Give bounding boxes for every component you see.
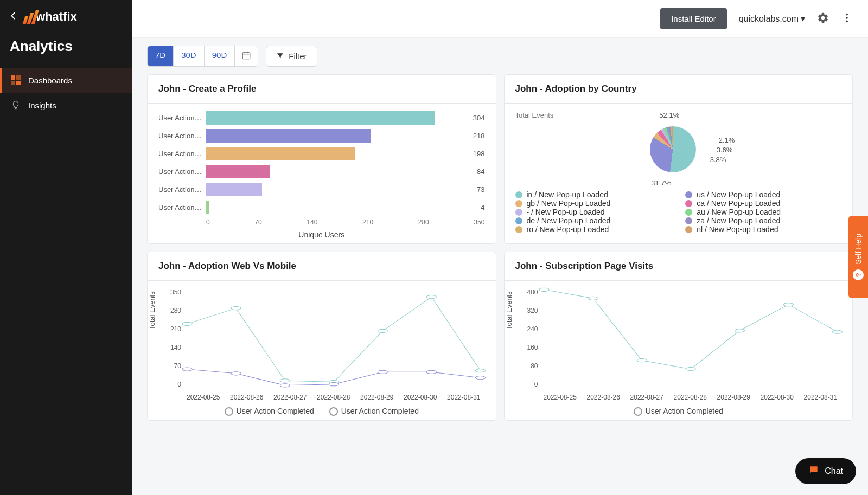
svg-point-0: [846, 13, 848, 15]
pie-slice-label: 3.6%: [717, 146, 733, 154]
legend-item: ca / New Pop-up Loaded: [685, 199, 841, 208]
pie-slice-label: 3.8%: [710, 156, 726, 164]
chat-button[interactable]: Chat: [795, 458, 856, 484]
logo-stripes-icon: [24, 10, 37, 24]
svg-point-2: [846, 20, 848, 22]
install-editor-button[interactable]: Install Editor: [660, 8, 727, 29]
kebab-menu-button[interactable]: [841, 12, 853, 26]
line-chart: Total Events 350280210140700 2022-08-252…: [158, 288, 485, 401]
legend-swatch-icon: [685, 200, 692, 207]
legend-swatch-icon: [515, 209, 522, 216]
pie-side-label: Total Events: [515, 111, 554, 119]
legend-item: User Action Completed: [225, 407, 314, 416]
legend-swatch-icon: [685, 209, 692, 216]
domain-label: quickolabs.com: [739, 14, 799, 24]
card-title: John - Create a Profile: [148, 75, 496, 104]
svg-point-9: [426, 295, 436, 299]
line-legend: User Action Completed User Action Comple…: [158, 407, 485, 416]
svg-point-10: [475, 369, 485, 372]
bar-x-axis: 070140210280350: [158, 218, 485, 226]
bar-category: User Action…: [158, 168, 206, 176]
svg-point-1: [846, 17, 848, 19]
help-icon: ?: [853, 269, 864, 280]
pie-slice-label: 31.7%: [651, 179, 671, 187]
calendar-icon: [241, 50, 251, 62]
sidebar-item-dashboards[interactable]: Dashboards: [0, 68, 132, 93]
bar-chart: User Action…304User Action…218User Actio…: [158, 111, 485, 214]
self-help-tab[interactable]: Self Help ?: [848, 216, 868, 298]
self-help-label: Self Help: [854, 234, 863, 265]
svg-point-19: [588, 297, 597, 300]
back-button[interactable]: [9, 10, 18, 24]
legend-swatch-icon: [515, 217, 522, 224]
bar-category: User Action…: [158, 114, 206, 122]
bar-value: 84: [477, 168, 484, 176]
pie-legend: in / New Pop-up Loadedus / New Pop-up Lo…: [515, 190, 842, 234]
bulb-icon: [11, 100, 21, 110]
svg-point-8: [378, 329, 387, 332]
legend-item: au / New Pop-up Loaded: [685, 208, 841, 216]
brand-text: whatfix: [36, 10, 77, 24]
svg-point-16: [426, 370, 436, 374]
svg-point-13: [280, 384, 290, 387]
svg-point-24: [832, 330, 842, 333]
legend-item: User Action Completed: [329, 407, 419, 416]
svg-point-11: [182, 368, 192, 371]
range-7d[interactable]: 7D: [148, 46, 174, 66]
svg-rect-3: [243, 53, 251, 59]
calendar-picker-button[interactable]: [235, 46, 258, 66]
card-create-profile: John - Create a Profile User Action…304U…: [147, 74, 496, 244]
legend-item: - / New Pop-up Loaded: [515, 208, 672, 216]
svg-point-4: [182, 322, 192, 325]
svg-point-20: [636, 359, 646, 362]
legend-swatch-icon: [685, 191, 692, 198]
filter-label: Filter: [289, 52, 307, 61]
card-subscription-visits: John - Subscription Page Visits Total Ev…: [504, 252, 853, 421]
bar-value: 4: [481, 203, 484, 211]
pie-chart: 52.1% 2.1% 3.6% 3.8% 31.7%: [564, 111, 760, 187]
range-90d[interactable]: 90D: [205, 46, 235, 66]
dashboard-icon: [11, 75, 21, 85]
legend-item: nl / New Pop-up Loaded: [685, 225, 841, 234]
sidebar: whatfix Analytics Dashboards Insights: [0, 0, 132, 495]
legend-swatch-icon: [515, 200, 522, 207]
svg-point-12: [231, 372, 241, 375]
chevron-down-icon: ▾: [801, 14, 805, 24]
filter-button[interactable]: Filter: [266, 46, 317, 67]
y-axis-label: Total Events: [148, 291, 156, 330]
legend-item: gb / New Pop-up Loaded: [515, 199, 672, 208]
bar-category: User Action…: [158, 132, 206, 140]
filter-icon: [276, 52, 284, 61]
pie-slice-label: 2.1%: [719, 136, 735, 144]
legend-swatch-icon: [515, 226, 522, 233]
pie-slice-label: 52.1%: [659, 111, 679, 119]
legend-item: us / New Pop-up Loaded: [685, 190, 841, 199]
bar-category: User Action…: [158, 203, 206, 211]
range-30d[interactable]: 30D: [174, 46, 205, 66]
legend-item: ro / New Pop-up Loaded: [515, 225, 672, 234]
sidebar-top: whatfix: [0, 0, 132, 30]
date-range-group: 7D 30D 90D: [147, 46, 258, 67]
y-axis-label: Total Events: [505, 291, 513, 330]
domain-dropdown[interactable]: quickolabs.com ▾: [739, 14, 805, 24]
settings-button[interactable]: [817, 12, 829, 26]
bar-value: 304: [473, 114, 485, 122]
card-title: John - Adoption by Country: [505, 75, 853, 104]
legend-item: za / New Pop-up Loaded: [685, 216, 841, 225]
sidebar-item-label: Dashboards: [28, 76, 72, 85]
bar-value: 218: [473, 132, 485, 140]
legend-item: de / New Pop-up Loaded: [515, 216, 672, 225]
svg-point-21: [686, 368, 695, 371]
bar-value: 73: [477, 185, 484, 194]
card-title: John - Adoption Web Vs Mobile: [148, 252, 496, 281]
svg-point-15: [378, 370, 387, 374]
line-chart: Total Events 400320240160800 2022-08-252…: [515, 288, 842, 401]
svg-point-23: [783, 303, 793, 306]
svg-point-6: [280, 379, 290, 382]
svg-point-5: [231, 306, 241, 310]
card-adoption-web-mobile: John - Adoption Web Vs Mobile Total Even…: [147, 252, 496, 421]
sidebar-item-insights[interactable]: Insights: [0, 93, 132, 118]
bar-value: 198: [473, 150, 485, 158]
sidebar-item-label: Insights: [28, 101, 56, 110]
legend-item: User Action Completed: [634, 407, 723, 416]
